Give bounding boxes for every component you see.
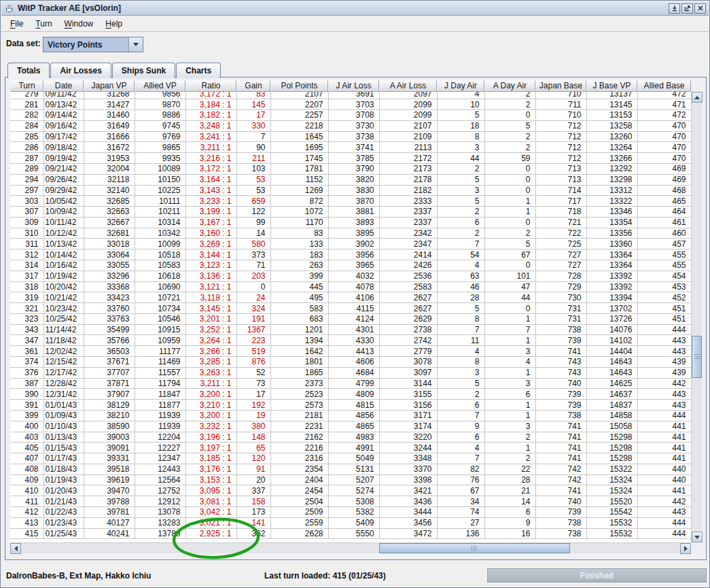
table-cell: 3,172 : 1	[185, 92, 236, 99]
table-row[interactable]: 40001/10/4338590119393,232 : 13802231486…	[10, 421, 691, 432]
column-header-j-base-vp[interactable]: J Base VP	[586, 80, 637, 92]
minimize-button[interactable]	[669, 3, 680, 14]
column-header-a-air-loss[interactable]: A Air Loss	[379, 80, 437, 92]
column-header-allied-base[interactable]: Allied Base	[637, 80, 691, 92]
table-row[interactable]: 41301/23/4340127132833,021 : 11412559540…	[10, 517, 691, 528]
table-cell: 2107	[270, 92, 328, 99]
table-row[interactable]: 37412/15/4237671114693,285 : 18761801460…	[10, 357, 691, 368]
tab-air-losses[interactable]: Air Losses	[50, 63, 111, 78]
scroll-down-button[interactable]	[692, 532, 703, 542]
table-cell: 3,252 : 1	[185, 324, 236, 335]
status-last-turn-text: Last turn loaded: 415 (01/25/43)	[264, 571, 386, 581]
column-header-pol-points[interactable]: Pol Points	[270, 80, 328, 92]
table-row[interactable]: 31810/20/4233368106903,121 : 10445407825…	[10, 281, 691, 292]
table-row[interactable]: 31710/19/4233296106183,136 : 12033994032…	[10, 271, 691, 281]
table-row[interactable]: 28409/16/423164997453,248 : 133022183730…	[10, 120, 691, 131]
table-row[interactable]: 30710/09/4232663102113,199 : 11221072388…	[10, 207, 691, 218]
table-row[interactable]: 38712/28/4237871117943,211 : 17323734799…	[10, 378, 691, 389]
column-header-turn[interactable]: Turn	[10, 80, 43, 92]
vertical-scrollbar-thumb[interactable]	[692, 336, 702, 378]
table-cell: 09/11/42	[43, 92, 84, 99]
maximize-button[interactable]	[681, 3, 693, 14]
table-cell: 4856	[328, 410, 379, 421]
table-row[interactable]: 31110/13/4233018100993,269 : 15801333902…	[10, 239, 691, 249]
table-cell: 2257	[270, 110, 328, 121]
table-cell: 3,285 : 1	[185, 357, 236, 368]
tab-charts[interactable]: Charts	[176, 63, 221, 78]
table-row[interactable]: 40501/15/4339091122273,197 : 16522164991…	[10, 443, 691, 453]
tab-totals[interactable]: Totals	[7, 63, 50, 78]
table-row[interactable]: 39901/09/4338210119393,200 : 11921814856…	[10, 410, 691, 421]
table-row[interactable]: 27909/11/423126898563,172 : 183210736912…	[10, 92, 691, 99]
scroll-up-button[interactable]	[692, 92, 703, 103]
table-row[interactable]: 41501/25/4340241137892,925 : 13622628555…	[10, 528, 691, 539]
table-cell: 738	[535, 410, 586, 421]
table-cell: 2404	[270, 474, 328, 485]
table-row[interactable]: 31910/21/4233423107213,118 : 12449541062…	[10, 292, 691, 303]
column-header-japan-vp[interactable]: Japan VP	[84, 80, 135, 92]
column-header-j-air-loss[interactable]: J Air Loss	[328, 80, 379, 92]
scroll-right-button[interactable]	[680, 543, 691, 554]
table-row[interactable]: 28609/18/423167298653,211 : 190169537412…	[10, 142, 691, 153]
table-row[interactable]: 31010/12/4232681103423,160 : 11483389523…	[10, 228, 691, 239]
table-row[interactable]: 28509/17/423166697693,241 : 171645373821…	[10, 131, 691, 142]
table-cell: 2333	[379, 196, 437, 207]
column-header-allied-vp[interactable]: Allied VP	[135, 80, 185, 92]
table-cell: 10342	[135, 228, 185, 239]
table-row[interactable]: 41001/20/4339470127523,095 : 13372454527…	[10, 485, 691, 496]
combobox-dropdown-button[interactable]	[128, 37, 143, 52]
column-header-japan-base[interactable]: Japan Base	[535, 80, 586, 92]
column-header-j-day-air[interactable]: J Day Air	[437, 80, 484, 92]
horizontal-scrollbar[interactable]	[10, 542, 691, 553]
table-row[interactable]: 36112/02/4236503111773,266 : 15191642441…	[10, 346, 691, 357]
vertical-scrollbar[interactable]	[691, 92, 702, 542]
column-header-a-day-air[interactable]: A Day Air	[484, 80, 535, 92]
table-row[interactable]: 34711/18/4235766109593,264 : 12231394433…	[10, 335, 691, 346]
close-button[interactable]	[694, 3, 706, 14]
table-row[interactable]: 40301/13/4339003122043,196 : 11482162498…	[10, 432, 691, 443]
table-cell: 470	[637, 131, 691, 142]
table-row[interactable]: 39012/31/4237907118473,200 : 11725234809…	[10, 389, 691, 400]
title-bar[interactable]: WitP Tracker AE [vsOlorin]	[1, 1, 709, 16]
table-row[interactable]: 30910/11/4232667103143,167 : 19911703893…	[10, 217, 691, 228]
table-cell: 2181	[270, 410, 328, 421]
tab-ships-sunk[interactable]: Ships Sunk	[112, 63, 175, 78]
menu-file[interactable]: File	[4, 17, 29, 31]
scroll-left-button[interactable]	[10, 543, 21, 554]
menu-turn[interactable]: Turn	[29, 17, 58, 31]
table-row[interactable]: 28109/13/423142798703,184 : 114522073703…	[10, 99, 691, 110]
table-row[interactable]: 40901/19/4339619125643,153 : 12024045207…	[10, 474, 691, 485]
table-row[interactable]: 28709/19/423195399353,216 : 121117453785…	[10, 153, 691, 164]
table-cell: 14404	[586, 346, 637, 357]
table-row[interactable]: 29709/29/4232140102253,143 : 15312693830…	[10, 185, 691, 196]
table-row[interactable]: 31410/16/4233055105833,123 : 17126339652…	[10, 260, 691, 271]
arrow-up-icon	[694, 96, 700, 99]
table-row[interactable]: 39101/01/4338129118773,210 : 11922573481…	[10, 400, 691, 411]
table-cell: 12347	[135, 453, 185, 464]
table-row[interactable]: 41101/21/4339788129123,081 : 11582504530…	[10, 496, 691, 507]
menu-window[interactable]: Window	[58, 17, 100, 31]
column-header-date[interactable]: Date	[43, 80, 84, 92]
table-row[interactable]: 40801/18/4339518124433,176 : 19123545131…	[10, 464, 691, 474]
menu-help[interactable]: Help	[99, 17, 128, 31]
table-row[interactable]: 30310/05/4232685101113,233 : 16598723870…	[10, 196, 691, 207]
table-row[interactable]: 32310/25/4233763105463,201 : 11916834124…	[10, 313, 691, 324]
table-row[interactable]: 41201/22/4339781130783,042 : 11732509538…	[10, 506, 691, 517]
table-cell: 5	[484, 120, 535, 131]
table-cell: 5	[437, 303, 484, 314]
table-cell: 2	[484, 99, 535, 110]
dataset-combobox[interactable]: Victory Points	[43, 37, 143, 52]
table-cell: 3,233 : 1	[185, 196, 236, 207]
table-row[interactable]: 31210/14/4233064105183,144 : 13731833956…	[10, 249, 691, 260]
table-row[interactable]: 34311/14/4235499109153,252 : 11367120143…	[10, 324, 691, 335]
table-row[interactable]: 32110/23/4233760107343,145 : 13245834115…	[10, 303, 691, 314]
table-row[interactable]: 40701/17/4339331123473,185 : 11202316504…	[10, 453, 691, 464]
horizontal-scrollbar-thumb[interactable]	[379, 543, 570, 553]
column-header-gain[interactable]: Gain	[236, 80, 270, 92]
column-header-ratio[interactable]: Ratio	[185, 80, 236, 92]
table-cell: 319	[10, 292, 43, 303]
table-row[interactable]: 29409/26/4232118101503,164 : 15311523820…	[10, 174, 691, 185]
table-row[interactable]: 28909/21/4232004100893,172 : 11031781379…	[10, 163, 691, 174]
table-row[interactable]: 28209/14/423146098863,182 : 117225737082…	[10, 110, 691, 121]
table-row[interactable]: 37612/17/4237707115573,263 : 15218654684…	[10, 367, 691, 378]
